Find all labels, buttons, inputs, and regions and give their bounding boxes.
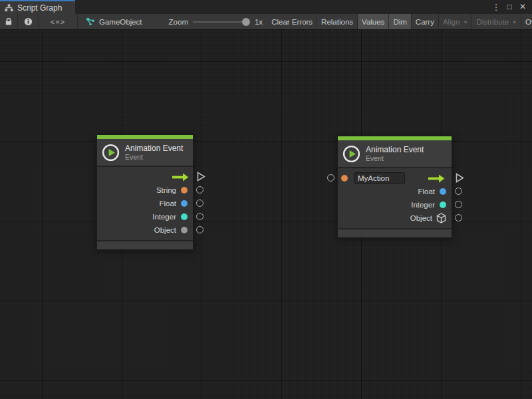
graph-reference-label: GameObject [99, 18, 142, 26]
zoom-value: 1x [255, 18, 263, 26]
port-row-integer: Integer [338, 198, 452, 211]
event-name-input[interactable] [354, 172, 405, 184]
zoom-control: Zoom 1x [169, 14, 263, 29]
node-animation-event-2[interactable]: Animation Event Event Float [337, 136, 452, 238]
flow-output-port[interactable] [197, 172, 205, 184]
info-icon [24, 17, 33, 26]
event-play-icon [102, 144, 120, 162]
node-title: Animation Event [366, 145, 424, 154]
integer-output-port[interactable] [196, 213, 203, 220]
object-port-dot [181, 227, 188, 233]
flow-output-port[interactable] [456, 173, 464, 186]
string-input-port[interactable] [327, 174, 334, 182]
distribute-label: Distribute [476, 18, 509, 26]
window-controls: ⋮ □ ✕ [491, 0, 532, 14]
flow-arrow-icon [428, 174, 445, 183]
tab-strip: Script Graph ⋮ □ ✕ [0, 0, 532, 14]
zoom-slider[interactable] [193, 21, 250, 23]
float-port-dot [181, 200, 188, 207]
maximize-icon[interactable]: □ [504, 1, 515, 13]
align-label: Align [443, 18, 460, 26]
port-label: String [156, 186, 176, 194]
close-icon[interactable]: ✕ [517, 1, 528, 13]
lock-button[interactable] [0, 14, 17, 29]
float-output-port[interactable] [455, 188, 462, 195]
object-output-port[interactable] [196, 226, 203, 233]
port-label: Object [410, 214, 432, 222]
float-port-dot [440, 188, 446, 195]
tab-title: Script Graph [17, 3, 62, 13]
port-row-object: Object [97, 223, 193, 237]
overview-button[interactable]: Overview [521, 14, 532, 29]
port-row-float: Float [97, 197, 193, 210]
string-port-dot [181, 187, 188, 194]
flow-output-row [97, 170, 193, 184]
flow-arrow-icon [172, 173, 189, 182]
graph-pointer-icon [86, 17, 95, 26]
node-body: Float Integer Object [338, 168, 452, 228]
node-subtitle: Event [366, 154, 424, 162]
node-header[interactable]: Animation Event Event [338, 140, 452, 167]
port-label: Integer [411, 201, 435, 209]
info-button[interactable] [18, 14, 38, 29]
node-title: Animation Event [125, 144, 183, 153]
relations-button[interactable]: Relations [317, 14, 357, 29]
align-dropdown: Align ▼ [439, 14, 472, 29]
float-output-port[interactable] [196, 200, 203, 207]
flow-port-triangle-icon [456, 173, 464, 183]
toolbar-buttons: Clear Errors Relations Values Dim Carry … [267, 14, 532, 29]
port-row-string: String [97, 184, 193, 197]
carry-toggle[interactable]: Carry [412, 14, 438, 29]
values-toggle[interactable]: Values [358, 14, 388, 29]
graph-reference[interactable]: GameObject [78, 14, 148, 29]
chevron-down-icon: ▼ [464, 20, 468, 25]
zoom-slider-handle[interactable] [242, 18, 250, 26]
integer-output-port[interactable] [455, 201, 462, 208]
integer-port-dot [181, 213, 188, 220]
cube-icon [436, 213, 446, 223]
event-name-row [338, 172, 452, 185]
graph-toolbar: <×> GameObject Zoom 1x Clear Errors [0, 14, 532, 30]
port-row-integer: Integer [97, 210, 193, 223]
node-body: String Float Integer Object [97, 167, 193, 240]
port-row-object: Object [338, 211, 452, 225]
port-label: Object [154, 226, 176, 234]
integer-port-dot [440, 201, 446, 208]
node-animation-event-1[interactable]: Animation Event Event String [96, 134, 194, 250]
clear-errors-button[interactable]: Clear Errors [267, 14, 317, 29]
node-footer [338, 229, 452, 237]
dim-toggle[interactable]: Dim [389, 14, 410, 29]
port-label: Float [159, 200, 176, 207]
string-output-port[interactable] [196, 186, 203, 194]
menu-icon[interactable]: ⋮ [491, 1, 501, 13]
node-footer [97, 241, 193, 249]
node-subtitle: Event [125, 153, 183, 161]
graph-canvas[interactable]: Animation Event Event String [0, 30, 532, 399]
script-graph-window: Script Graph ⋮ □ ✕ <×> [0, 0, 532, 399]
string-input-dot [341, 175, 348, 182]
port-label: Float [418, 188, 435, 196]
zoom-label: Zoom [169, 18, 188, 26]
port-row-float: Float [338, 185, 452, 198]
node-header[interactable]: Animation Event Event [97, 139, 193, 166]
tab-script-graph[interactable]: Script Graph [0, 0, 75, 14]
event-play-icon [342, 145, 360, 163]
distribute-dropdown: Distribute ▼ [472, 14, 521, 29]
hierarchy-graph-icon [5, 4, 13, 12]
flow-port-triangle-icon [197, 172, 205, 182]
lock-icon [5, 17, 13, 26]
port-label: Integer [152, 213, 176, 221]
object-output-port[interactable] [455, 214, 462, 221]
chevron-down-icon: ▼ [512, 20, 517, 25]
code-view-button[interactable]: <×> [39, 14, 77, 29]
